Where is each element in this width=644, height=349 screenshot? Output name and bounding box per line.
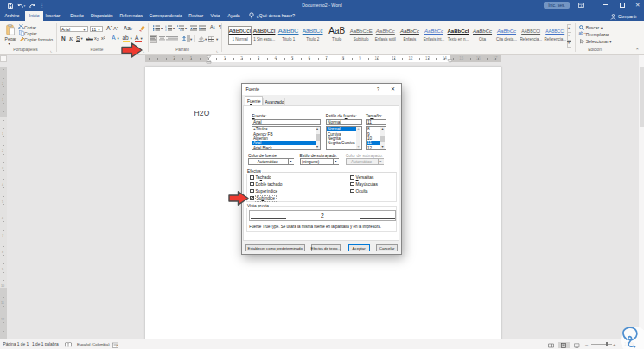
svg-text:3: 3 bbox=[165, 29, 167, 31]
